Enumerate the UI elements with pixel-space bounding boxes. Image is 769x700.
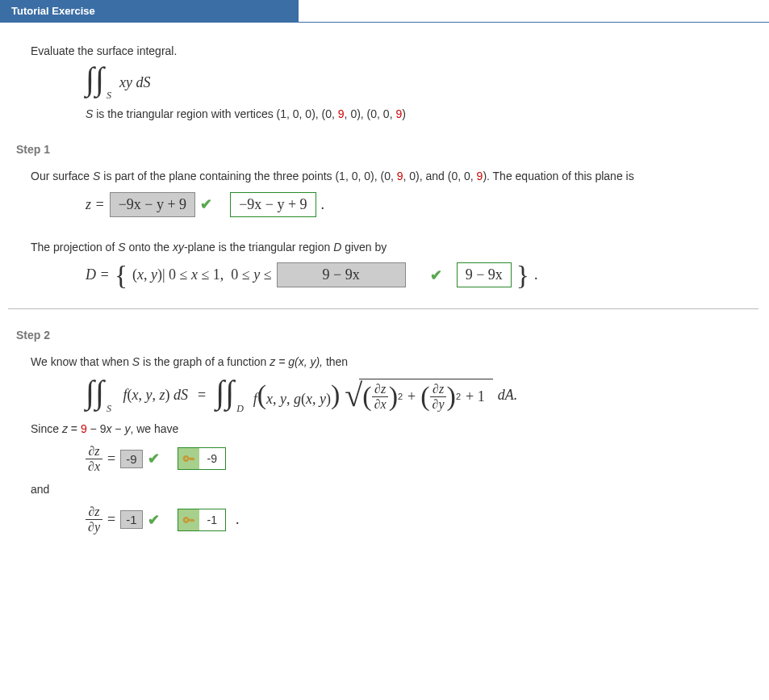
sqrt-expression: √ ( ∂z∂x )2 + ( ∂z∂y )2 + 1 [345, 379, 492, 413]
dzdx-answer-input[interactable]: -9 [120, 450, 142, 468]
double-integral-icon: ∫∫ D [215, 378, 249, 413]
header-title: Tutorial Exercise [0, 0, 299, 22]
dzdx-fraction: ∂z∂x [86, 444, 102, 474]
step2-intro: We know that when S is the graph of a fu… [31, 353, 761, 371]
header-bar: Tutorial Exercise [0, 0, 769, 23]
content-area: Evaluate the surface integral. ∫∫ S xy d… [0, 23, 769, 549]
dzdy-key-answer: -1 [178, 509, 226, 531]
integral-subscript: S [107, 90, 111, 102]
key-icon [178, 448, 199, 469]
z-lhs: z = [86, 196, 105, 213]
check-icon: ✔ [200, 195, 212, 213]
z-correct-answer: −9x − y + 9 [230, 192, 316, 217]
dzdy-line: ∂z∂y = -1 ✔ -1 . [86, 505, 761, 534]
dzdx-line: ∂z∂x = -9 ✔ -9 [86, 444, 761, 474]
formula-line: ∫∫ S f(x, y, z) dS = ∫∫ D f(x, y, g(x, y… [86, 378, 761, 413]
integrand: xy dS [119, 74, 150, 91]
step-2-header: Step 2 [16, 329, 761, 342]
region-description: S S is the triangular region with vertic… [86, 107, 761, 120]
double-integral-icon: ∫∫ S [86, 378, 119, 413]
z-equation-line: z = −9x − y + 9 ✔ −9x − y + 9 . [86, 192, 761, 217]
prompt-text: Evaluate the surface integral. [31, 42, 761, 60]
period: . [321, 196, 325, 213]
step-1-header: Step 1 [16, 143, 761, 156]
brace-close: } [516, 263, 529, 287]
d-correct-answer: 9 − 9x [457, 262, 512, 287]
z-answer-input[interactable]: −9x − y + 9 [110, 192, 195, 217]
dzdx-key-answer: -9 [178, 447, 226, 470]
vertex-value-2: 9 [395, 107, 402, 120]
and-text: and [31, 480, 761, 498]
double-integral-icon: ∫∫ S [86, 65, 119, 100]
vertex-value-1: 9 [338, 107, 345, 120]
key-icon [178, 509, 199, 530]
d-equation-line: D = { (x, y)| 0 ≤ x ≤ 1, 0 ≤ y ≤ 9 − 9x … [86, 262, 761, 287]
problem-statement: Evaluate the surface integral. ∫∫ S xy d… [31, 42, 761, 120]
d-answer-input[interactable]: 9 − 9x [277, 262, 406, 287]
divider [8, 308, 759, 309]
check-icon: ✔ [430, 266, 442, 284]
dzdy-answer-input[interactable]: -1 [120, 510, 142, 529]
check-icon: ✔ [148, 450, 160, 467]
projection-text: The projection of S onto the xy-plane is… [31, 238, 761, 256]
region-text: is the triangular region with vertices (… [96, 107, 406, 120]
since-line: Since z = 9 − 9x − y, we have [31, 420, 761, 438]
dzdy-fraction: ∂z∂y [86, 505, 102, 534]
d-lhs: D = [86, 266, 110, 283]
step1-intro: Our surface S is part of the plane conta… [31, 167, 761, 185]
brace-open: { [115, 263, 127, 287]
integral-expression: ∫∫ S xy dS [86, 65, 761, 103]
check-icon: ✔ [148, 511, 160, 529]
